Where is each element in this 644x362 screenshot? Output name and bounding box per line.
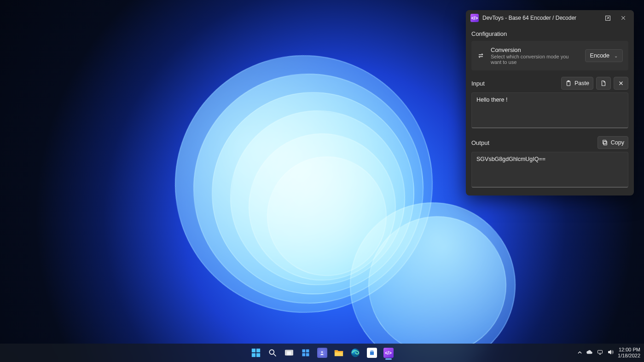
devtoys-taskbar-button[interactable]: </> (381, 345, 396, 361)
search-button[interactable] (265, 345, 280, 361)
conversion-swap-icon (477, 52, 485, 59)
configuration-label: Configuration (471, 30, 628, 37)
copy-button-label: Copy (611, 139, 624, 146)
copy-button[interactable]: Copy (598, 136, 628, 149)
taskbar-clock[interactable]: 12:00 PM 1/18/2022 (618, 347, 640, 358)
svg-rect-18 (598, 351, 603, 353)
onedrive-tray-icon[interactable] (586, 349, 593, 357)
task-view-icon (284, 348, 294, 358)
devtoys-app-icon: </> (470, 14, 479, 22)
paste-button[interactable]: Paste (561, 77, 593, 90)
taskbar-center: </> (248, 345, 396, 361)
chevron-up-icon (577, 350, 582, 355)
file-explorer-button[interactable] (331, 345, 347, 361)
taskbar: </> 12:00 PM 1/18/2022 (0, 344, 644, 362)
paste-button-label: Paste (574, 80, 589, 86)
task-view-button[interactable] (281, 345, 297, 361)
svg-rect-11 (287, 351, 291, 355)
edge-button[interactable] (348, 345, 363, 361)
svg-rect-14 (302, 353, 305, 356)
widgets-icon (301, 348, 311, 358)
volume-icon (607, 349, 614, 356)
network-tray-icon[interactable] (597, 349, 603, 357)
widgets-button[interactable] (298, 345, 313, 361)
output-textbox[interactable] (471, 152, 628, 188)
windows-logo-icon (251, 348, 261, 358)
x-icon (618, 80, 624, 86)
svg-rect-13 (306, 350, 309, 353)
close-icon (621, 15, 626, 21)
output-label: Output (471, 139, 489, 146)
tray-overflow-button[interactable] (577, 350, 582, 356)
conversion-title: Conversion (491, 46, 580, 53)
svg-rect-3 (603, 141, 607, 145)
chevron-down-icon: ⌄ (614, 53, 618, 58)
edge-icon (350, 348, 360, 358)
window-title: DevToys - Base 64 Encoder / Decoder (482, 15, 600, 21)
close-button[interactable] (615, 11, 631, 25)
copy-icon (602, 139, 608, 146)
clear-input-button[interactable] (614, 77, 628, 90)
svg-rect-15 (306, 353, 309, 356)
conversion-mode-dropdown[interactable]: Encode ⌄ (585, 49, 623, 62)
search-icon (267, 348, 278, 358)
microsoft-store-button[interactable] (364, 345, 380, 361)
network-icon (597, 349, 603, 356)
svg-rect-7 (251, 353, 255, 357)
start-button[interactable] (248, 345, 264, 361)
conversion-card: Conversion Select which conversion mode … (471, 41, 628, 70)
expand-icon (605, 15, 611, 21)
conversion-mode-value: Encode (590, 52, 609, 59)
teams-icon (317, 348, 327, 358)
svg-rect-6 (256, 349, 260, 352)
taskbar-time: 12:00 PM (618, 347, 640, 353)
devtoys-window: </> DevToys - Base 64 Encoder / Decoder … (466, 10, 634, 195)
file-explorer-icon (334, 348, 344, 358)
clipboard-icon (565, 80, 572, 86)
titlebar[interactable]: </> DevToys - Base 64 Encoder / Decoder (466, 10, 634, 26)
svg-rect-8 (256, 353, 260, 357)
expand-button[interactable] (600, 11, 615, 25)
file-icon (600, 80, 607, 86)
svg-rect-4 (603, 140, 606, 144)
svg-rect-5 (251, 349, 255, 352)
svg-rect-12 (302, 350, 305, 353)
svg-point-16 (321, 351, 323, 352)
volume-tray-icon[interactable] (607, 349, 614, 357)
svg-point-9 (269, 350, 274, 354)
teams-button[interactable] (314, 345, 330, 361)
conversion-subtitle: Select which conversion mode you want to… (491, 54, 580, 65)
taskbar-right: 12:00 PM 1/18/2022 (577, 347, 640, 358)
open-file-button[interactable] (596, 77, 611, 90)
input-label: Input (471, 80, 485, 87)
store-icon (367, 348, 377, 358)
taskbar-date: 1/18/2022 (618, 353, 640, 359)
cloud-icon (586, 349, 593, 356)
input-textbox[interactable] (471, 92, 628, 128)
devtoys-icon: </> (383, 348, 394, 358)
